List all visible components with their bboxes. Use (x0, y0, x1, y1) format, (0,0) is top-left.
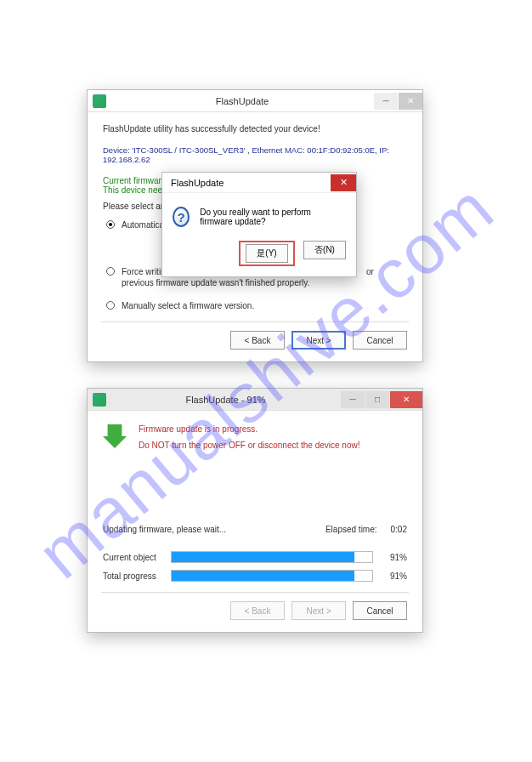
total-progress-percent: 91% (373, 572, 407, 581)
flashupdate-progress-window: FlashUpdate - 91% ─ □ ✕ Firmware update … (87, 388, 423, 633)
detected-message: FlashUpdate utility has successfully det… (103, 124, 407, 134)
cancel-button[interactable]: Cancel (353, 331, 407, 350)
elapsed-value: 0:02 (391, 525, 407, 534)
titlebar: FlashUpdate - 91% ─ □ ✕ (88, 389, 422, 411)
yes-button[interactable]: 是(Y) (246, 244, 288, 263)
current-object-label: Current object (103, 553, 171, 562)
window-title: FlashUpdate (111, 96, 373, 106)
current-object-row: Current object 91% (103, 551, 407, 563)
warning-line1: Firmware update is in progress. (139, 424, 360, 434)
back-button: < Back (230, 601, 285, 620)
close-button[interactable]: ✕ (399, 93, 422, 110)
updating-label: Updating firmware, please wait... (103, 525, 325, 534)
total-progress-label: Total progress (103, 572, 171, 581)
radio-icon (106, 267, 115, 276)
current-object-percent: 91% (373, 553, 407, 562)
yes-button-highlight: 是(Y) (239, 241, 295, 266)
radio-manual-label: Manually select a firmware version. (122, 300, 254, 311)
dialog-close-button[interactable]: ✕ (331, 174, 356, 191)
dialog-title: FlashUpdate (171, 178, 224, 188)
download-icon (103, 424, 127, 448)
window-title: FlashUpdate - 91% (111, 395, 340, 405)
no-button[interactable]: 否(N) (303, 241, 346, 259)
back-button[interactable]: < Back (230, 331, 285, 350)
device-info: Device: 'ITC-300SL / ITC-300SL_VER3' , E… (103, 145, 407, 164)
minimize-button[interactable]: ─ (341, 391, 365, 408)
question-icon: ? (173, 207, 190, 227)
next-button: Next > (291, 601, 346, 620)
confirm-dialog: FlashUpdate ✕ ? Do you really want to pe… (161, 172, 357, 277)
cancel-button[interactable]: Cancel (353, 601, 407, 620)
current-object-bar (171, 551, 373, 563)
dialog-message: Do you really want to perform firmware u… (200, 208, 346, 226)
radio-icon (106, 301, 115, 310)
total-progress-row: Total progress 91% (103, 570, 407, 582)
warning-block: Firmware update is in progress. Do NOT t… (139, 424, 360, 457)
close-button[interactable]: ✕ (390, 391, 422, 408)
app-icon (93, 393, 106, 407)
maximize-button[interactable]: □ (365, 391, 389, 408)
dialog-titlebar: FlashUpdate ✕ (162, 173, 356, 193)
radio-manual[interactable]: Manually select a firmware version. (106, 300, 407, 311)
titlebar: FlashUpdate ─ ✕ (88, 90, 422, 112)
warning-line2: Do NOT turn the power OFF or disconnect … (139, 441, 360, 450)
app-icon (93, 94, 106, 108)
radio-icon (106, 220, 115, 229)
next-button[interactable]: Next > (291, 331, 346, 350)
minimize-button[interactable]: ─ (374, 93, 398, 110)
total-progress-bar (171, 570, 373, 582)
elapsed-label: Elapsed time: (325, 525, 377, 534)
